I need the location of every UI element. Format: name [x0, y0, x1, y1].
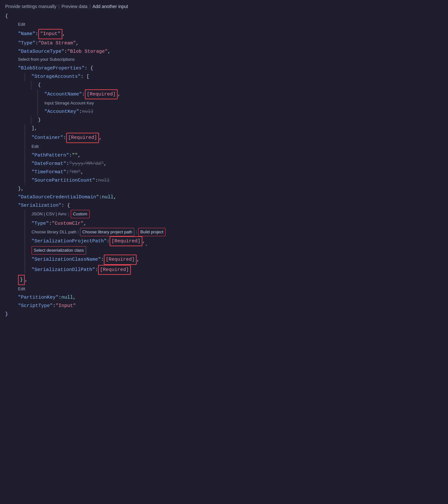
library-path-tabs: Choose library DLL path | Choose library… [24, 228, 443, 236]
source-partition-count-field: "SourcePartitionCount" : null [24, 176, 443, 185]
root-close-brace: } [5, 310, 443, 319]
edit-link-2[interactable]: Edit [24, 143, 443, 151]
partition-key-field: "PartitionKey" : null , [5, 293, 443, 302]
select-subscriptions-helper[interactable]: Select from your Subscriptions [5, 56, 443, 64]
edit-link-3[interactable]: Edit [5, 285, 443, 293]
sep1: | [58, 4, 60, 9]
date-format-field: "DateFormat" : "yyyy/MM/dd" , [24, 160, 443, 168]
provide-settings-link[interactable]: Provide settings manually [5, 4, 57, 9]
code-block: { Edit "Name" : "Input" , "Type" : "Data… [5, 12, 443, 319]
datasource-credential-domain-field: "DataSourceCredentialDomain" : null , [5, 193, 443, 202]
name-field: "Name" : "Input" , [5, 29, 443, 39]
container-field: "Container" : [Required] , [24, 133, 443, 143]
storage-account-close: } [31, 116, 443, 124]
select-deserialization-helper[interactable]: Select deserialization class [24, 246, 443, 255]
preview-data-link[interactable]: Preview data [61, 4, 87, 9]
serialization-type-field: "Type" : "CustomClr" , [24, 220, 443, 228]
choose-project-path-tab[interactable]: Choose library project path [80, 228, 134, 236]
serialization-type-tabs: JSON | CSV | Avro | Custom [24, 210, 443, 220]
account-name-field: "AccountName" : [Required] , [37, 89, 443, 100]
datasource-type-field: "DataSourceType" : "Blob Storage" , [5, 48, 443, 56]
serialization-key: "Serialization" : { [5, 202, 443, 210]
serialization-project-path-field: "SerializationProjectPath" : [Required] … [24, 236, 443, 247]
storage-accounts-key: "StorageAccounts" : [ [24, 73, 443, 81]
account-key-field: "AccountKey" : null [37, 108, 443, 116]
storage-account-open: { [31, 81, 443, 89]
time-format-field: "TimeFormat" : "HH" , [24, 168, 443, 176]
serialization-dll-path-field: "SerializationDllPath" : [Required] [24, 265, 443, 275]
custom-tab[interactable]: Custom [71, 210, 90, 218]
choose-dll-path-tab[interactable]: Choose library DLL path [31, 229, 76, 236]
json-tab[interactable]: JSON | CSV | Avro [31, 211, 66, 218]
serialization-class-name-field: "SerializationClassName" : [Required] , [24, 255, 443, 265]
add-another-input-link[interactable]: Add another input [93, 4, 128, 9]
script-type-field: "ScriptType" : "Input" [5, 302, 443, 310]
build-project-tab[interactable]: Build project [138, 228, 166, 236]
blob-storage-properties-key: "BlobStorageProperties" : { [5, 64, 443, 73]
blob-storage-close: }, [5, 185, 443, 193]
storage-accounts-close: ], [24, 124, 443, 133]
root-open-brace: { [5, 12, 443, 21]
input-storage-key-helper[interactable]: Input Storage Account Key [37, 99, 443, 108]
serialization-close: } , [5, 275, 443, 285]
edit-link-1[interactable]: Edit [5, 21, 443, 29]
top-bar: Provide settings manually | Preview data… [5, 4, 443, 9]
type-field: "Type" : "Data Stream" , [5, 39, 443, 48]
path-pattern-field: "PathPattern" : "" , [24, 151, 443, 160]
sep2: | [89, 4, 91, 9]
